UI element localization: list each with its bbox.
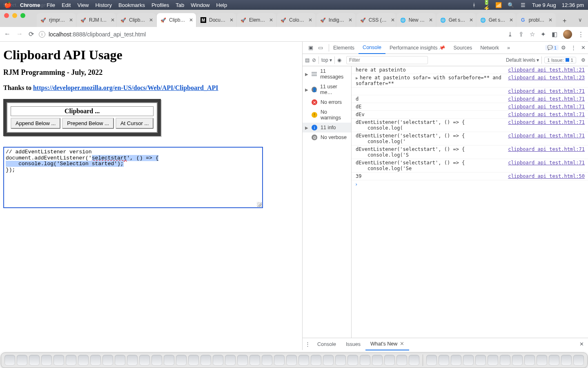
menu-app[interactable]: Chrome	[20, 2, 40, 8]
drawer-close-icon[interactable]: ✕	[575, 341, 588, 347]
dock-app-icon[interactable]	[409, 355, 419, 366]
console-source-link[interactable]: clipboard api test.html:23	[508, 75, 585, 86]
drawer-tab-whatsnew[interactable]: What's New ✕	[365, 338, 409, 350]
console-entry[interactable]: ▶here at pasteinto sofar= with sofarbefo…	[352, 74, 588, 88]
dock-app-icon[interactable]	[396, 355, 407, 366]
console-source-link[interactable]: clipboard api test.html:71	[508, 146, 585, 158]
dock-app-icon[interactable]	[29, 355, 40, 366]
console-entry[interactable]: dEclipboard api test.html:71	[352, 103, 588, 111]
reload-button[interactable]: ⟳	[29, 30, 34, 38]
console-entry[interactable]: here at pasteintoclipboard api test.html…	[352, 66, 588, 74]
dock-app-icon[interactable]	[4, 355, 15, 366]
devtools-close-icon[interactable]: ✕	[578, 45, 588, 51]
append-below-button[interactable]: Append Below ...	[11, 118, 60, 129]
prepend-below-button[interactable]: Prepend Below ...	[62, 118, 114, 129]
console-source-link[interactable]: clipboard api test.html:71	[508, 160, 585, 171]
console-source-link[interactable]: clipboard api test.html:71	[508, 96, 585, 102]
browser-tab-5[interactable]: Elem…✕	[237, 13, 276, 27]
browser-tab-4[interactable]: Docu…✕	[197, 13, 236, 27]
console-entry[interactable]: dEvclipboard api test.html:71	[352, 111, 588, 119]
console-entry[interactable]: 39clipboard api test.html:50	[352, 173, 588, 180]
devtools-settings-icon[interactable]: ⚙	[559, 45, 568, 51]
tab-close-icon[interactable]: ✕	[347, 17, 352, 23]
devtools-tab-elements[interactable]: Elements	[329, 42, 359, 54]
dock-app-icon[interactable]	[311, 355, 321, 366]
menubar-time[interactable]: 12:36 pm	[562, 2, 584, 8]
resize-handle-icon[interactable]	[257, 202, 262, 207]
dock-app-icon[interactable]	[17, 355, 27, 366]
console-filter-input[interactable]	[346, 56, 428, 64]
browser-tab-7[interactable]: Indig…✕	[316, 13, 356, 27]
dock-app-icon[interactable]	[286, 355, 297, 366]
devtools-message-badge[interactable]: 💬 1	[545, 45, 559, 50]
drawer-close-whatsnew-icon[interactable]: ✕	[400, 341, 404, 347]
inspect-element-icon[interactable]: ▣	[306, 45, 316, 51]
menu-edit[interactable]: Edit	[62, 2, 71, 8]
dock-app-icon[interactable]	[249, 355, 260, 366]
dock-app-icon[interactable]	[188, 355, 199, 366]
tab-close-icon[interactable]: ✕	[508, 17, 513, 23]
console-entry[interactable]: dEventListener('selectstart', () => { co…	[352, 159, 588, 173]
new-tab-button[interactable]: +	[559, 15, 570, 27]
tab-close-icon[interactable]: ✕	[109, 17, 115, 23]
tab-close-icon[interactable]: ✕	[67, 17, 73, 23]
drawer-menu-icon[interactable]: ⋮	[303, 341, 312, 347]
dock-app-icon[interactable]	[127, 355, 138, 366]
console-source-link[interactable]: clipboard api test.html:71	[508, 112, 585, 117]
dock-app-icon[interactable]	[335, 355, 346, 366]
forward-button[interactable]: →	[16, 30, 23, 38]
console-entry[interactable]: dEventListener('selectstart', () => { co…	[352, 146, 588, 159]
console-entry[interactable]: dclipboard api test.html:71	[352, 95, 588, 103]
extensions-icon[interactable]: ✦	[541, 31, 546, 38]
dock-app-icon[interactable]	[164, 355, 174, 366]
window-close-button[interactable]	[4, 13, 9, 18]
tab-close-icon[interactable]: ✕	[267, 17, 273, 23]
drawer-tab-issues[interactable]: Issues	[341, 338, 365, 350]
dock-app-icon[interactable]	[53, 355, 64, 366]
share-icon[interactable]: ⇪	[519, 31, 524, 38]
apple-menu-icon[interactable]: 🍎	[4, 1, 12, 9]
tab-overflow-button[interactable]: ∨	[578, 17, 582, 23]
dock-app-icon[interactable]	[347, 355, 358, 366]
console-source-link[interactable]: clipboard api test.html:71	[508, 133, 585, 144]
console-entry[interactable]: dEventListener('selectstart', () => { co…	[352, 119, 588, 132]
dock-app-icon[interactable]	[237, 355, 248, 366]
dock-app-icon[interactable]	[176, 355, 187, 366]
dock-app-icon[interactable]	[384, 355, 395, 366]
browser-tab-1[interactable]: RJM I…✕	[77, 13, 116, 27]
thanks-link[interactable]: https://developer.mozilla.org/en-US/docs…	[33, 84, 218, 91]
dock-app-icon[interactable]	[323, 355, 334, 366]
dock-app-icon[interactable]	[573, 355, 584, 366]
dock-app-icon[interactable]	[488, 355, 498, 366]
dock-app-icon[interactable]	[78, 355, 89, 366]
dock-app-icon[interactable]	[561, 355, 572, 366]
dock-app-icon[interactable]	[115, 355, 125, 366]
install-app-icon[interactable]: ⤓	[508, 31, 513, 38]
tab-close-icon[interactable]: ✕	[147, 17, 153, 23]
console-settings-icon[interactable]: ⚙	[581, 57, 586, 63]
wifi-icon[interactable]: 📶	[495, 2, 502, 8]
dock-app-icon[interactable]	[41, 355, 52, 366]
console-entry[interactable]: clipboard api test.html:71	[352, 88, 588, 95]
dock-app-icon[interactable]	[500, 355, 510, 366]
dock-app-icon[interactable]	[439, 355, 449, 366]
devtools-tab-console[interactable]: Console	[359, 42, 385, 54]
devtools-menu-icon[interactable]: ⋮	[568, 45, 578, 51]
menu-bookmarks[interactable]: Bookmarks	[118, 2, 145, 8]
code-textarea[interactable]: // addEventListener version document.add…	[3, 147, 263, 208]
dock-app-icon[interactable]	[274, 355, 285, 366]
sidebar-no-verbose[interactable]: ⚙No verbose	[303, 132, 351, 142]
menu-tab[interactable]: Tab	[176, 2, 184, 8]
console-source-link[interactable]: clipboard api test.html:21	[508, 67, 585, 73]
tab-close-icon[interactable]: ✕	[187, 17, 193, 23]
browser-tab-6[interactable]: Colo…✕	[277, 13, 316, 27]
menu-history[interactable]: History	[95, 2, 111, 8]
console-output[interactable]: here at pasteintoclipboard api test.html…	[352, 66, 588, 338]
window-zoom-button[interactable]	[20, 13, 25, 18]
browser-tab-3[interactable]: Clipb…✕	[157, 13, 196, 27]
browser-tab-12[interactable]: probl…✕	[517, 13, 556, 27]
control-center-icon[interactable]: ☰	[520, 2, 526, 8]
devtools-tab-performance-insights[interactable]: Performance insights 📌	[385, 42, 449, 54]
sidebar-no-warnings[interactable]: !No warnings	[303, 107, 351, 123]
dock-app-icon[interactable]	[537, 355, 547, 366]
